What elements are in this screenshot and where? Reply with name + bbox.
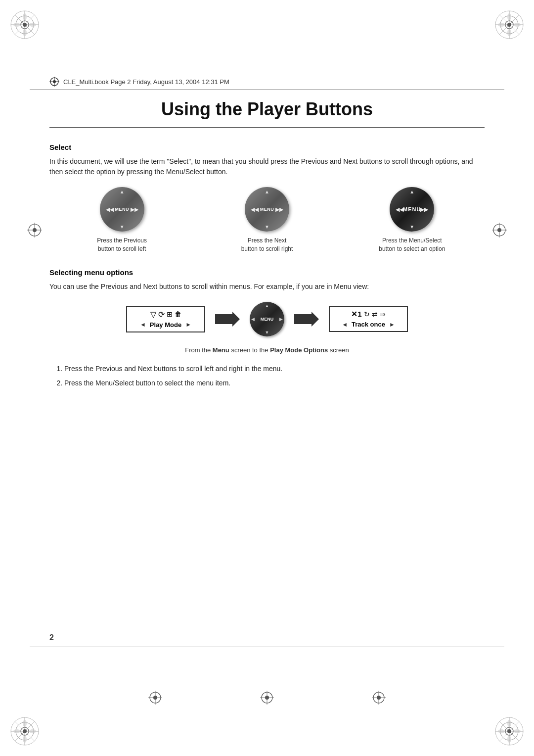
- rgt-arr: ▶: [279, 317, 283, 322]
- arrow-icon: ⇒: [380, 310, 386, 318]
- select-body: In this document, we will use the term "…: [49, 156, 485, 177]
- next-caption: Press the Next button to scroll right: [241, 236, 293, 253]
- loop2-icon: ⇄: [372, 310, 378, 318]
- down-arrow2: ▼: [265, 224, 269, 230]
- track-once-nav: ◄ Track once ►: [342, 321, 395, 328]
- corner-mark-bl: [10, 716, 40, 746]
- center-menu-button: ▲ ▼ ◀ ▶ MENU: [250, 302, 284, 336]
- track-nav-right: ►: [389, 321, 395, 328]
- previous-button-icon: ▲ ▼ ◀◀ MENU ▶▶: [100, 187, 144, 232]
- icon-3: ⊞: [167, 310, 173, 318]
- numbered-list: Press the Previous and Next buttons to s…: [64, 364, 485, 388]
- menu-label2: MENU: [260, 207, 274, 212]
- next-button-icon: ▲ ▼ ◀◀ MENU ▶▶: [245, 187, 289, 232]
- corner-mark-tr: [494, 10, 524, 40]
- forward-arrow-2: [294, 312, 319, 327]
- list-item-2: Press the Menu/Select button to select t…: [64, 378, 485, 388]
- svg-point-13: [23, 29, 27, 36]
- button-diagrams: ▲ ▼ ◀◀ MENU ▶▶ Press the Previous button…: [49, 187, 485, 253]
- page: CLE_Multi.book Page 2 Friday, August 13,…: [0, 0, 534, 756]
- nav-left-arrow: ◄: [140, 321, 146, 328]
- svg-point-27: [514, 23, 521, 27]
- menu-options-section: Selecting menu options You can use the P…: [49, 268, 485, 388]
- reg-left-mid: [27, 223, 42, 239]
- reg-mark-icon: [49, 77, 59, 87]
- play-mode-icons: ▽ ⟳ ⊞ 🗑: [150, 310, 181, 319]
- select-section: Select In this document, we will use the…: [49, 143, 485, 253]
- svg-point-23: [507, 23, 511, 27]
- next-icon3: ▶▶: [420, 206, 428, 213]
- svg-point-35: [23, 729, 27, 733]
- list-item-1: Press the Previous and Next buttons to s…: [64, 364, 485, 374]
- bot-arr: ▼: [265, 330, 269, 335]
- menu-label3: MENU: [403, 206, 421, 212]
- previous-button-diagram: ▲ ▼ ◀◀ MENU ▶▶ Press the Previous button…: [73, 187, 172, 253]
- icon-4: 🗑: [175, 310, 181, 318]
- svg-point-50: [498, 729, 505, 733]
- up-arrow2: ▲: [265, 189, 269, 194]
- file-info-text: CLE_Multi.book Page 2 Friday, August 13,…: [63, 78, 229, 86]
- track-once-label: Track once: [352, 321, 385, 328]
- x1-icon: ✕1: [351, 310, 361, 319]
- select-heading: Select: [49, 143, 485, 151]
- file-info-bar: CLE_Multi.book Page 2 Friday, August 13,…: [49, 77, 229, 87]
- menu-caption: Press the Menu/Select button to select a…: [379, 236, 445, 253]
- menu-select-button-icon: ▲ ▼ ◀◀ MENU ▶▶: [390, 187, 434, 232]
- icon-1: ▽: [150, 310, 156, 319]
- prev-icon: ◀◀: [106, 206, 114, 213]
- next-icon: ▶▶: [131, 206, 138, 213]
- menu-caption-text: From the Menu screen to the Play Mode Op…: [49, 346, 485, 354]
- menu-bold: Menu: [213, 346, 229, 354]
- corner-mark-br: [494, 716, 524, 746]
- menu-button-diagram: ▲ ▼ ◀◀ MENU ▶▶ Press the Menu/Select but…: [362, 187, 461, 253]
- menu-options-body: You can use the Previous and Next button…: [49, 282, 485, 292]
- svg-point-25: [507, 29, 511, 36]
- corner-mark-tl: [10, 10, 40, 40]
- svg-point-47: [507, 729, 511, 733]
- svg-point-26: [498, 23, 505, 27]
- forward-arrow-1: [215, 312, 240, 327]
- reg-right-mid: [492, 223, 507, 239]
- play-mode-screen: ▽ ⟳ ⊞ 🗑 ◄ Play Mode ►: [126, 306, 205, 332]
- svg-point-24: [507, 13, 511, 20]
- down-arrow3: ▼: [409, 224, 414, 230]
- svg-point-38: [13, 729, 20, 733]
- up-arrow3: ▲: [409, 189, 414, 194]
- next-button-diagram: ▲ ▼ ◀◀ MENU ▶▶ Press the Next button to …: [218, 187, 316, 253]
- page-title: Using the Player Buttons: [49, 99, 485, 128]
- track-nav-left: ◄: [342, 321, 348, 328]
- play-mode-label: Play Mode: [150, 321, 181, 329]
- svg-point-15: [29, 23, 36, 27]
- svg-point-14: [13, 23, 20, 27]
- track-once-screen: ✕1 ↻ ⇄ ⇒ ◄ Track once ►: [329, 306, 408, 332]
- nav-right-arrow: ►: [185, 321, 191, 328]
- play-mode-nav: ◄ Play Mode ►: [140, 321, 191, 329]
- prev-icon2: ◀◀: [251, 206, 259, 213]
- center-btn-label: MENU: [261, 317, 274, 322]
- down-arrow: ▼: [120, 224, 125, 230]
- svg-point-48: [507, 720, 511, 727]
- up-arrow: ▲: [120, 189, 125, 194]
- menu-screen-diagrams: ▽ ⟳ ⊞ 🗑 ◄ Play Mode ►: [49, 302, 485, 336]
- top-rule: [30, 89, 504, 90]
- svg-point-39: [29, 729, 36, 733]
- previous-caption: Press the Previous button to scroll left: [97, 236, 147, 253]
- svg-point-37: [23, 736, 27, 743]
- top-arr: ▲: [265, 303, 269, 308]
- svg-point-51: [514, 729, 521, 733]
- lft-arr: ◀: [251, 317, 255, 322]
- next-icon2: ▶▶: [275, 206, 283, 213]
- bottom-rule: [30, 647, 504, 647]
- svg-marker-73: [294, 312, 319, 327]
- track-once-icons: ✕1 ↻ ⇄ ⇒: [351, 310, 385, 319]
- menu-options-heading: Selecting menu options: [49, 268, 485, 277]
- svg-point-36: [23, 720, 27, 727]
- menu-label: MENU: [115, 207, 129, 212]
- svg-point-49: [507, 736, 511, 743]
- main-content: Using the Player Buttons Select In this …: [49, 99, 485, 637]
- reg-bottom-right: [372, 691, 386, 707]
- svg-marker-72: [215, 312, 240, 327]
- icon-2: ⟳: [158, 310, 165, 319]
- svg-point-12: [23, 13, 27, 20]
- loop-icon: ↻: [364, 310, 370, 318]
